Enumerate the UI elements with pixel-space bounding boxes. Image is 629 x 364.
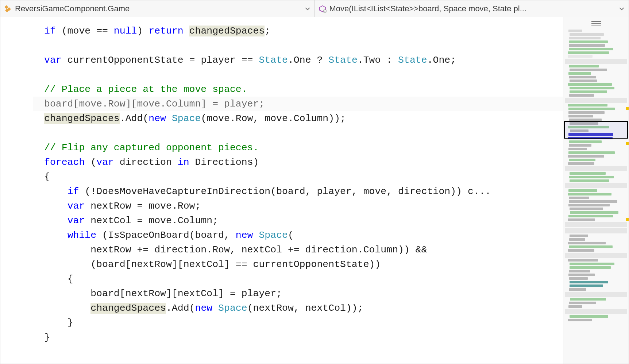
class-dropdown-icon[interactable] <box>304 5 311 12</box>
minimap-line <box>565 253 627 258</box>
minimap-line <box>569 197 589 199</box>
minimap-line <box>568 193 611 195</box>
minimap-line <box>568 133 613 136</box>
member-navigator[interactable]: Move(IList<IList<State>>board, Space mov… <box>315 0 629 17</box>
minimap-line <box>570 281 608 283</box>
minimap-change-marker <box>626 218 629 221</box>
minimap-line <box>568 83 612 86</box>
minimap-line <box>568 218 595 221</box>
class-icon <box>4 5 12 13</box>
minimap-line <box>568 51 609 54</box>
minimap-line <box>570 235 588 237</box>
minimap-line <box>569 65 599 67</box>
minimap-body[interactable] <box>565 30 627 362</box>
minimap-line <box>568 274 595 276</box>
svg-rect-5 <box>324 11 325 11</box>
minimap-line <box>568 155 604 158</box>
minimap-line <box>569 277 588 280</box>
minimap-line <box>569 76 596 78</box>
minimap-line <box>570 179 609 182</box>
minimap-line <box>565 222 627 227</box>
minimap-change-marker <box>626 142 629 145</box>
editor-gutter[interactable] <box>0 17 33 364</box>
minimap-line <box>570 266 611 269</box>
minimap-line <box>569 288 586 291</box>
minimap-line <box>569 140 602 143</box>
minimap-line <box>568 72 591 75</box>
minimap-line <box>568 104 607 107</box>
minimap-line <box>569 44 605 47</box>
minimap-line <box>569 238 585 241</box>
minimap-line <box>569 94 594 97</box>
minimap-line <box>568 242 606 244</box>
minimap-line <box>569 119 602 121</box>
minimap-line <box>565 309 627 314</box>
minimap-line <box>565 166 627 171</box>
minimap-line <box>565 228 627 233</box>
minimap-line <box>565 183 627 188</box>
minimap-line <box>568 162 594 165</box>
minimap-line <box>570 90 607 93</box>
editor-window: ReversiGameComponent.Game Move(IList<ILi… <box>0 0 629 364</box>
minimap-line <box>568 215 613 217</box>
split-handle-icon[interactable] <box>563 20 629 27</box>
method-signature: Move(IList<IList<State>>board, Space mov… <box>329 4 616 13</box>
code-text[interactable]: if (move == null) return changedSpaces; … <box>33 17 563 351</box>
minimap-line <box>570 315 608 318</box>
method-icon <box>319 5 327 13</box>
navigation-bar: ReversiGameComponent.Game Move(IList<ILi… <box>0 0 629 17</box>
minimap-line <box>568 30 582 32</box>
minimap-line <box>568 108 615 110</box>
minimap-line <box>570 69 607 71</box>
minimap-line <box>568 55 593 58</box>
class-name: ReversiGameComponent.Game <box>15 4 301 13</box>
minimap[interactable] <box>563 17 629 364</box>
minimap-line <box>568 111 605 114</box>
minimap-line <box>569 302 596 304</box>
minimap-line <box>570 129 589 132</box>
editor-body: if (move == null) return changedSpaces; … <box>0 17 629 364</box>
minimap-line <box>570 33 604 36</box>
minimap-line <box>570 263 614 265</box>
minimap-line <box>569 270 590 272</box>
minimap-line <box>569 48 613 50</box>
minimap-line <box>569 37 601 39</box>
minimap-line <box>568 305 582 308</box>
class-navigator[interactable]: ReversiGameComponent.Game <box>0 0 315 17</box>
code-area[interactable]: if (move == null) return changedSpaces; … <box>33 17 563 364</box>
minimap-change-marker <box>626 107 629 110</box>
minimap-line <box>570 80 597 82</box>
minimap-line <box>570 172 606 175</box>
minimap-line <box>570 284 603 287</box>
minimap-line <box>568 259 598 262</box>
minimap-line <box>570 298 606 301</box>
minimap-line <box>570 87 614 89</box>
minimap-line <box>565 59 627 64</box>
member-dropdown-icon[interactable] <box>618 5 625 12</box>
minimap-line <box>570 122 598 125</box>
minimap-line <box>568 249 594 252</box>
minimap-line <box>568 137 613 139</box>
minimap-line <box>569 245 613 248</box>
minimap-line <box>569 159 595 161</box>
svg-rect-0 <box>4 5 8 9</box>
minimap-line <box>565 292 627 297</box>
minimap-line <box>569 40 608 43</box>
minimap-line <box>568 319 592 321</box>
minimap-line <box>570 208 603 210</box>
minimap-line <box>568 151 615 154</box>
minimap-line <box>570 211 618 214</box>
minimap-line <box>568 115 593 117</box>
minimap-line <box>568 126 609 128</box>
minimap-line <box>569 200 617 203</box>
minimap-line <box>568 189 597 192</box>
minimap-line <box>569 144 591 147</box>
minimap-line <box>565 98 627 103</box>
minimap-line <box>568 148 587 150</box>
minimap-line <box>568 204 610 206</box>
minimap-line <box>569 176 614 178</box>
